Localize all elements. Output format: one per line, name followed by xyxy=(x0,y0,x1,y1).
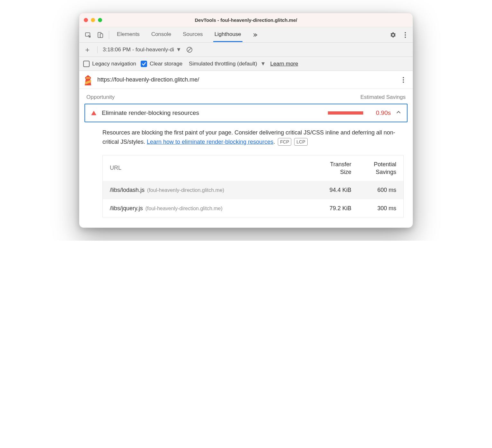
opportunity-title: Eliminate render-blocking resources xyxy=(102,109,199,116)
tab-lighthouse[interactable]: Lighthouse xyxy=(213,28,242,42)
throttling-selector[interactable]: Simulated throttling (default) ▼ xyxy=(189,61,266,67)
opportunity-savings-value: 0.90s xyxy=(368,109,391,116)
options-row: Legacy navigation Clear storage Simulate… xyxy=(79,57,413,71)
opportunity-savings-bar xyxy=(328,111,363,115)
clear-report-icon[interactable] xyxy=(185,45,194,55)
report-menu-icon[interactable] xyxy=(398,74,409,85)
resource-path[interactable]: /libs/jquery.js xyxy=(110,205,143,212)
col-header-savings: PotentialSavings xyxy=(351,160,396,176)
clear-storage-label: Clear storage xyxy=(150,61,182,67)
svg-marker-9 xyxy=(91,111,96,115)
report-selector[interactable]: 3:18:06 PM - foul-heavenly-di ▼ xyxy=(103,47,181,53)
svg-rect-2 xyxy=(100,34,103,38)
table-row: /libs/jquery.js (foul-heavenly-direction… xyxy=(103,199,403,218)
table-header-row: URL TransferSize PotentialSavings xyxy=(103,155,403,181)
maximize-window-button[interactable] xyxy=(98,18,102,22)
lighthouse-icon xyxy=(83,74,93,85)
lighthouse-url-row: https://foul-heavenly-direction.glitch.m… xyxy=(79,71,413,89)
caret-down-icon: ▼ xyxy=(176,47,181,53)
device-toolbar-icon[interactable] xyxy=(95,30,106,40)
resource-savings: 600 ms xyxy=(351,187,396,194)
svg-rect-6 xyxy=(86,77,90,79)
resource-savings: 300 ms xyxy=(351,205,396,212)
settings-icon[interactable] xyxy=(388,30,399,40)
tab-console[interactable]: Console xyxy=(150,28,172,42)
resource-path[interactable]: /libs/lodash.js xyxy=(110,187,145,194)
throttling-label: Simulated throttling (default) xyxy=(189,61,257,67)
resource-host: (foul-heavenly-direction.glitch.me) xyxy=(145,206,223,211)
legacy-navigation-option[interactable]: Legacy navigation xyxy=(83,61,136,67)
metric-badge-fcp: FCP xyxy=(278,138,291,146)
opportunity-toggle-row[interactable]: Eliminate render-blocking resources 0.90… xyxy=(85,104,407,122)
inspect-element-icon[interactable] xyxy=(83,30,93,40)
svg-rect-0 xyxy=(85,33,90,36)
divider xyxy=(109,31,109,39)
chevron-up-icon xyxy=(396,110,401,116)
minimize-window-button[interactable] xyxy=(91,18,95,22)
warning-triangle-icon xyxy=(91,110,97,116)
panel-tabs: Elements Console Sources Lighthouse xyxy=(116,28,242,42)
traffic-lights xyxy=(84,18,102,22)
table-row: /libs/lodash.js (foul-heavenly-direction… xyxy=(103,181,403,199)
resources-table: URL TransferSize PotentialSavings /libs/… xyxy=(102,155,404,218)
clear-storage-option[interactable]: Clear storage xyxy=(141,61,182,67)
opportunity-item: Eliminate render-blocking resources 0.90… xyxy=(84,104,408,122)
opportunity-learn-link[interactable]: Learn how to eliminate render-blocking r… xyxy=(147,139,273,145)
opportunity-description-tail: . xyxy=(273,139,275,145)
resource-size: 94.4 KiB xyxy=(310,187,351,194)
opportunity-header-left: Opportunity xyxy=(86,94,115,100)
devtools-window: DevTools - foul-heavenly-direction.glitc… xyxy=(79,13,413,228)
new-report-button[interactable]: ＋ xyxy=(83,45,92,55)
legacy-navigation-checkbox[interactable] xyxy=(83,61,90,67)
titlebar: DevTools - foul-heavenly-direction.glitc… xyxy=(79,13,413,27)
tabbar: Elements Console Sources Lighthouse xyxy=(79,27,413,43)
svg-line-4 xyxy=(188,48,191,51)
legacy-navigation-label: Legacy navigation xyxy=(92,61,136,67)
tab-elements[interactable]: Elements xyxy=(116,28,141,42)
report-selector-label: 3:18:06 PM - foul-heavenly-di xyxy=(103,47,174,53)
metric-badge-lcp: LCP xyxy=(294,138,307,146)
caret-down-icon: ▼ xyxy=(260,61,266,67)
clear-storage-checkbox[interactable] xyxy=(141,61,147,67)
kebab-menu-icon[interactable] xyxy=(400,30,411,40)
divider xyxy=(97,46,98,53)
lighthouse-toolbar: ＋ 3:18:06 PM - foul-heavenly-di ▼ xyxy=(79,43,413,57)
opportunity-header: Opportunity Estimated Savings xyxy=(79,89,413,104)
resource-size: 79.2 KiB xyxy=(310,205,351,212)
opportunity-description: Resources are blocking the first paint o… xyxy=(79,122,413,147)
tab-sources[interactable]: Sources xyxy=(181,28,204,42)
col-header-url: URL xyxy=(110,165,310,171)
window-title: DevTools - foul-heavenly-direction.glitc… xyxy=(79,17,413,23)
page-url: https://foul-heavenly-direction.glitch.m… xyxy=(97,76,199,83)
opportunity-header-right: Estimated Savings xyxy=(360,94,406,100)
close-window-button[interactable] xyxy=(84,18,88,22)
col-header-size: TransferSize xyxy=(310,160,351,176)
more-tabs-icon[interactable] xyxy=(250,30,260,40)
resource-host: (foul-heavenly-direction.glitch.me) xyxy=(147,187,224,193)
learn-more-link[interactable]: Learn more xyxy=(270,61,298,67)
